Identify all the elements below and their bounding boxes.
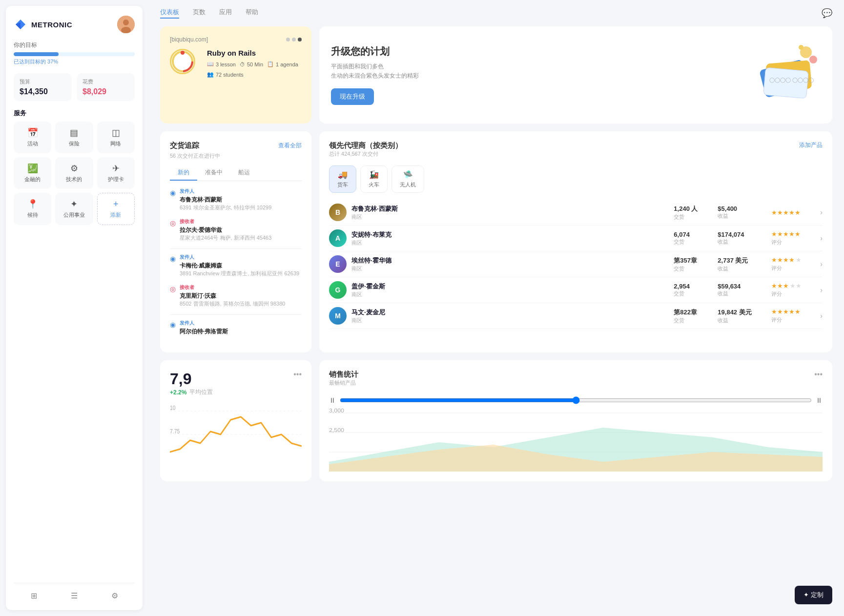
settings-icon[interactable]: ⚙ <box>111 591 118 600</box>
agent-arrow-5[interactable]: › <box>820 312 823 320</box>
wait-label: 候待 <box>27 211 38 219</box>
course-url-text: [biqubiqu.com] <box>170 36 208 43</box>
trend-row: +2.2% 平均位置 <box>170 388 213 396</box>
topnav: 仪表板 页数 应用 帮助 💬 <box>148 0 844 22</box>
network-icon: ◫ <box>112 127 120 138</box>
nav-pages[interactable]: 页数 <box>193 8 206 19</box>
agent-rating-2: ★★★★★ 评分 <box>771 230 815 246</box>
add-product-button[interactable]: 添加产品 <box>799 141 823 149</box>
drone-icon: 🛸 <box>403 170 413 179</box>
service-wait[interactable]: 📍 候待 <box>14 193 51 225</box>
delivery-row-sender-3: ◉ 发件人 阿尔伯特·弗洛雷斯 <box>170 320 302 336</box>
agent-rev-amount-4: $59,634 <box>718 283 766 290</box>
doc-icon[interactable]: ☰ <box>71 591 78 600</box>
sidebar-footer: ⊞ ☰ ⚙ <box>14 583 135 600</box>
mini-chart: 10 7.75 <box>170 402 302 461</box>
layers-icon[interactable]: ⊞ <box>31 591 37 600</box>
delivery-view-all[interactable]: 查看全部 <box>278 142 302 150</box>
svg-point-11 <box>799 45 803 50</box>
agent-info-3: 埃丝特·霍华德 南区 <box>351 256 669 272</box>
sender-label-2: 发件人 <box>180 254 299 261</box>
agent-rev-amount-3: 2,737 美元 <box>718 256 766 265</box>
progress-bar-fill <box>14 52 59 56</box>
service-insurance[interactable]: ▤ 保险 <box>55 122 93 153</box>
tab-new[interactable]: 新的 <box>170 165 197 181</box>
finance-icon: 💹 <box>27 163 38 174</box>
upgrade-card: 升级您的计划 平面插图和我们多色 生动的未混合紫色头发女士的精彩 现在升级 <box>319 26 832 123</box>
sender-name-2: 卡梅伦·威廉姆森 <box>180 262 299 270</box>
agents-header: 领先代理商（按类别） 总计 424,567 次交付 添加产品 <box>329 141 823 164</box>
big-number: 7,9 <box>170 370 213 388</box>
delivery-header: 交货追踪 查看全部 <box>170 141 302 150</box>
budget-value: $14,350 <box>20 87 66 96</box>
agent-name-3: 埃丝特·霍华德 <box>351 256 669 265</box>
delivery-tabs: 新的 准备中 船运 <box>170 165 302 181</box>
service-network[interactable]: ◫ 网络 <box>97 122 135 153</box>
upgrade-button[interactable]: 现在升级 <box>331 88 374 105</box>
divider-2 <box>170 314 302 315</box>
agent-rev-label-3: 收益 <box>718 265 766 272</box>
agent-star-label-5: 评分 <box>771 316 815 324</box>
train-icon: 🚂 <box>369 170 379 179</box>
service-add[interactable]: + 添新 <box>97 193 135 225</box>
drone-label: 无人机 <box>400 181 416 188</box>
agent-name-4: 盖伊·霍金斯 <box>351 282 669 291</box>
agent-rating-1: ★★★★★ <box>771 209 815 216</box>
stats-more-icon[interactable]: ••• <box>293 370 302 379</box>
budget-row: 预算 $14,350 花费 $8,029 <box>14 73 135 101</box>
sender-icon-1: ◉ <box>170 189 176 197</box>
sender-info-2: 发件人 卡梅伦·威廉姆森 3891 Ranchview 理查森博士, 加利福尼亚… <box>180 254 299 277</box>
receiver-addr-1: 星家大道2464号 梅萨, 新泽西州 45463 <box>180 234 271 242</box>
sales-more-icon[interactable]: ••• <box>814 370 823 379</box>
svg-text:10: 10 <box>170 405 176 411</box>
service-public[interactable]: ✦ 公用事业 <box>55 193 93 225</box>
tab-preparing[interactable]: 准备中 <box>197 165 230 181</box>
agent-tx-count-2: 6,074 <box>674 231 713 238</box>
truck-label: 货车 <box>337 181 348 188</box>
nav-dashboard[interactable]: 仪表板 <box>160 8 179 19</box>
agent-row-5: M 马文·麦金尼 南区 第822章 交货 19,842 美元 收益 ★★★★★ <box>329 303 823 329</box>
agent-arrow-2[interactable]: › <box>820 234 823 242</box>
service-tech[interactable]: ⚙ 技术的 <box>55 157 93 189</box>
agent-arrow-4[interactable]: › <box>820 286 823 294</box>
agent-arrow-1[interactable]: › <box>820 208 823 216</box>
truck-icon: 🚚 <box>338 170 348 179</box>
row-3: 7,9 +2.2% 平均位置 ••• 10 7.75 <box>160 360 832 481</box>
service-activities[interactable]: 📅 活动 <box>14 122 51 153</box>
agents-title: 领先代理商（按类别） <box>329 141 402 150</box>
insurance-label: 保险 <box>69 140 80 147</box>
services-section: 服务 📅 活动 ▤ 保险 ◫ 网络 💹 金融的 ⚙ 技术的 <box>14 109 135 225</box>
agent-tx-count-1: 1,240 人 <box>674 205 713 213</box>
range-slider[interactable] <box>340 396 812 404</box>
agent-tab-train[interactable]: 🚂 火车 <box>360 165 388 193</box>
add-label: 添新 <box>110 211 121 219</box>
agent-tab-truck[interactable]: 🚚 货车 <box>329 165 356 193</box>
course-title: Ruby on Rails <box>207 49 302 57</box>
agent-rating-4: ★★★★★ 评分 <box>771 282 815 298</box>
agent-tx-count-5: 第822章 <box>674 308 713 317</box>
tab-shipping[interactable]: 船运 <box>230 165 258 181</box>
chat-icon[interactable]: 💬 <box>822 8 832 19</box>
svg-text:2,500: 2,500 <box>329 427 344 433</box>
agent-rev-2: $174,074 收益 <box>718 231 766 246</box>
agent-name-2: 安妮特·布莱克 <box>351 230 669 239</box>
course-dots <box>286 38 302 41</box>
agent-arrow-3[interactable]: › <box>820 260 823 268</box>
service-finance[interactable]: 💹 金融的 <box>14 157 51 189</box>
stats-number-area: 7,9 +2.2% 平均位置 <box>170 370 213 396</box>
pause-icon: ⏸ <box>816 396 823 404</box>
sales-title: 销售统计 <box>329 370 358 379</box>
course-meta: 📖 3 lesson ⏱ 50 Min 📋 1 agenda <box>207 61 302 78</box>
course-duration: ⏱ 50 Min <box>240 61 263 67</box>
trend-value: +2.2% <box>170 389 186 396</box>
agent-tx-label-2: 交货 <box>674 238 713 246</box>
nav-apps[interactable]: 应用 <box>219 8 232 19</box>
receiver-name-1: 拉尔夫·爱德华兹 <box>180 226 271 234</box>
customizer-button[interactable]: ✦ 定制 <box>795 586 832 604</box>
delivery-title: 交货追踪 <box>170 141 199 150</box>
service-nurse[interactable]: ✈ 护理卡 <box>97 157 135 189</box>
agent-tab-drone[interactable]: 🛸 无人机 <box>391 165 424 193</box>
nav-help[interactable]: 帮助 <box>246 8 258 19</box>
agent-region-5: 南区 <box>351 317 669 324</box>
progress-bar-bg <box>14 52 135 56</box>
